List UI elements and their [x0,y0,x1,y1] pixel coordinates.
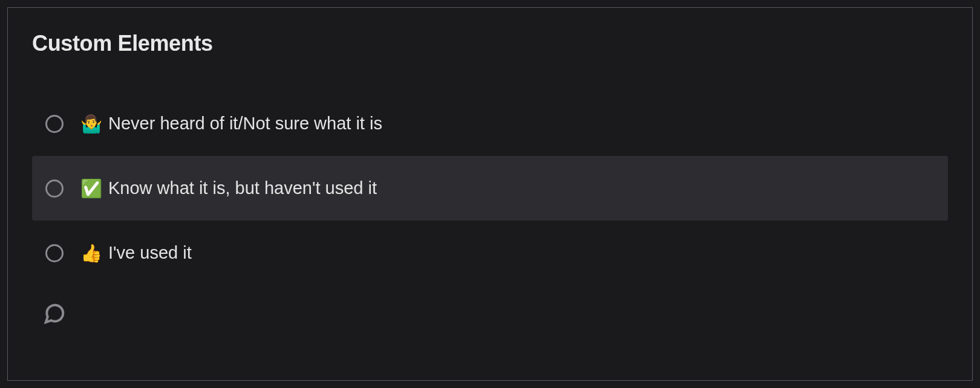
question-title: Custom Elements [32,31,948,56]
radio-icon[interactable] [45,115,64,133]
survey-question-panel: Custom Elements 🤷‍♂️ Never heard of it/N… [7,7,973,381]
option-text: Know what it is, but haven't used it [108,178,377,198]
options-list: 🤷‍♂️ Never heard of it/Not sure what it … [32,91,948,285]
option-used-it[interactable]: 👍 I've used it [32,221,948,285]
thumbs-up-emoji: 👍 [80,243,102,264]
option-label: ✅ Know what it is, but haven't used it [80,178,377,199]
radio-icon[interactable] [45,244,64,262]
radio-icon[interactable] [45,179,64,198]
check-emoji: ✅ [80,178,102,199]
comment-button[interactable] [32,302,948,328]
shrug-emoji: 🤷‍♂️ [80,114,102,134]
option-label: 🤷‍♂️ Never heard of it/Not sure what it … [80,114,382,134]
option-know-not-used[interactable]: ✅ Know what it is, but haven't used it [32,156,948,221]
option-text: I've used it [108,243,192,263]
option-label: 👍 I've used it [80,243,192,264]
comment-icon [43,302,66,325]
option-never-heard[interactable]: 🤷‍♂️ Never heard of it/Not sure what it … [32,91,948,156]
option-text: Never heard of it/Not sure what it is [108,114,382,134]
